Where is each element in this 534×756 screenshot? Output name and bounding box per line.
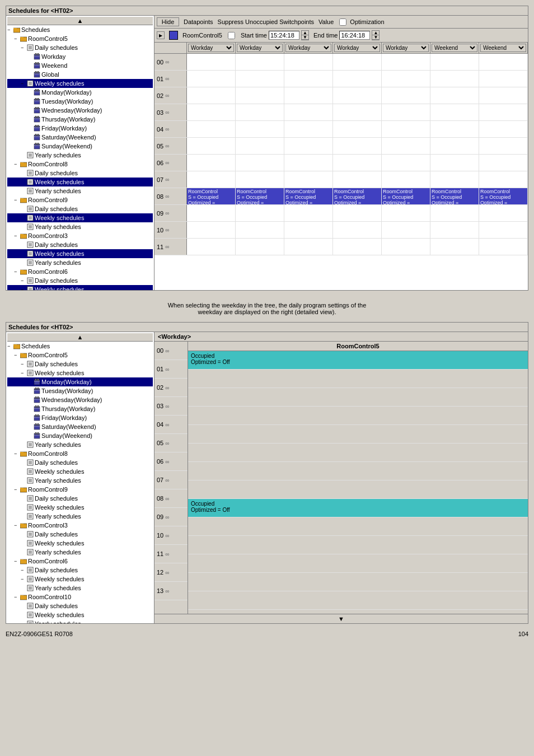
day-cell[interactable] (187, 138, 236, 154)
tree-item[interactable]: Yearly schedules (7, 151, 153, 160)
day-cell[interactable] (479, 222, 528, 238)
start-time-spin[interactable]: ▲▼ (301, 30, 309, 40)
tree-item[interactable]: −RoomControl3 (7, 521, 153, 530)
day-cell[interactable] (333, 121, 382, 137)
end-time-spin[interactable]: ▲▼ (372, 30, 380, 40)
tree-item[interactable]: Weekly schedules (7, 213, 153, 222)
day-cell[interactable] (430, 239, 479, 255)
day-cell[interactable] (333, 54, 382, 70)
day-cell[interactable] (479, 138, 528, 154)
tree-item[interactable]: Weekend (7, 61, 153, 70)
tuesday-select[interactable]: WorkdayWeekend (237, 44, 283, 52)
day-cell[interactable] (284, 87, 333, 104)
day-cell[interactable] (187, 54, 236, 70)
monday-select[interactable]: WorkdayWeekend (188, 44, 234, 52)
tree-item[interactable]: Daily schedules (7, 494, 153, 503)
day-cell[interactable] (430, 205, 479, 221)
day-cell[interactable] (479, 171, 528, 188)
day-cell[interactable] (382, 121, 430, 137)
bottom-schedule-row[interactable] (188, 425, 528, 444)
tree-item[interactable]: −RoomControl6 (7, 557, 153, 566)
expand-icon[interactable]: − (14, 269, 20, 274)
day-cell[interactable]: RoomControlS = OccupiedOptimized =Off (284, 188, 333, 204)
day-cell[interactable]: RoomControlS = OccupiedOptimized =Off (479, 188, 528, 204)
tree-item[interactable]: Daily schedules (7, 204, 153, 213)
tree-item[interactable]: −Daily schedules (7, 360, 153, 368)
day-cell[interactable] (479, 87, 528, 104)
tree-item[interactable]: −RoomControl3 (7, 231, 153, 240)
day-cell[interactable] (284, 71, 333, 87)
day-cell[interactable]: RoomControlS = OccupiedOptimized =Off (430, 188, 479, 204)
bottom-schedule-row[interactable] (188, 480, 528, 499)
friday-select[interactable]: WorkdayWeekend (383, 44, 429, 52)
bottom-schedule-row[interactable] (188, 462, 528, 480)
sunday-select[interactable]: WeekendWorkday (480, 44, 526, 52)
scroll-indicator-bottom[interactable]: ▼ (154, 614, 528, 623)
schedule-grid[interactable]: WorkdayWeekend WorkdayWeekend WorkdayWee… (154, 43, 528, 290)
day-cell[interactable] (333, 222, 382, 238)
day-cell[interactable] (479, 104, 528, 120)
day-cell[interactable] (284, 222, 333, 238)
day-cell[interactable] (236, 222, 284, 238)
tree-item[interactable]: Wednesday(Workday) (7, 395, 153, 404)
tree-item[interactable]: Monday(Workday) (7, 377, 153, 386)
tree-item[interactable]: −RoomControl8 (7, 160, 153, 169)
day-cell[interactable] (236, 87, 284, 104)
expand-icon[interactable]: − (21, 576, 26, 582)
tree-scroll-up[interactable]: ▲ (7, 17, 153, 25)
day-cell[interactable] (187, 87, 236, 104)
expand-icon[interactable]: − (21, 81, 26, 86)
day-cell[interactable] (479, 71, 528, 87)
tree-item[interactable]: −RoomControl10 (7, 592, 153, 601)
tree-item[interactable]: −Weekly schedules (7, 575, 153, 584)
tree-item[interactable]: Weekly schedules (7, 539, 153, 548)
day-cell[interactable] (333, 138, 382, 154)
tree-item[interactable]: Thursday(Workday) (7, 115, 153, 124)
bottom-schedule-row[interactable] (188, 517, 528, 536)
day-cell[interactable] (333, 71, 382, 87)
expand-icon[interactable]: − (14, 594, 20, 600)
day-cell[interactable] (333, 239, 382, 255)
tree-item[interactable]: −Weekly schedules (7, 285, 153, 290)
color-square[interactable] (169, 31, 178, 40)
day-cell[interactable] (382, 87, 430, 104)
day-cell[interactable] (284, 104, 333, 120)
day-cell[interactable] (430, 171, 479, 188)
tree-item[interactable]: Yearly schedules (7, 258, 153, 267)
tree-item[interactable]: Workday (7, 52, 153, 61)
tree-item[interactable]: Weekly schedules (7, 467, 153, 476)
tree-item[interactable]: −RoomControl6 (7, 267, 153, 276)
day-cell[interactable]: RoomControlS = OccupiedOptimized =Off (333, 188, 382, 204)
tree-item[interactable]: Daily schedules (7, 240, 153, 249)
day-cell[interactable] (236, 138, 284, 154)
tree-item[interactable]: Tuesday(Workday) (7, 386, 153, 395)
day-cell[interactable] (333, 104, 382, 120)
day-cell[interactable] (236, 54, 284, 70)
day-cell[interactable] (382, 171, 430, 188)
day-cell[interactable] (284, 138, 333, 154)
expand-icon[interactable]: − (14, 522, 20, 528)
tree-item[interactable]: Weekly schedules (7, 610, 153, 619)
tree-item[interactable]: Weekly schedules (7, 178, 153, 186)
play-button[interactable]: ▶ (157, 31, 165, 39)
tree-item[interactable]: −RoomControl5 (7, 34, 153, 43)
day-cell[interactable] (382, 54, 430, 70)
tree-item[interactable]: Friday(Workday) (7, 124, 153, 133)
top-tree[interactable]: ▲ −Schedules−RoomControl5−Daily schedule… (6, 16, 154, 290)
tree-item[interactable]: Wednesday(Workday) (7, 106, 153, 115)
tree-item[interactable]: Yearly schedules (7, 512, 153, 521)
day-cell[interactable]: RoomControlS = OccupiedOptimized =Off (187, 188, 236, 204)
tree-item[interactable]: Tuesday(Workday) (7, 97, 153, 106)
expand-icon[interactable]: − (7, 343, 13, 349)
day-cell[interactable] (430, 138, 479, 154)
day-cell[interactable] (236, 104, 284, 120)
tree-item[interactable]: −Schedules (7, 25, 153, 34)
expand-icon[interactable]: − (21, 287, 26, 290)
tree-item[interactable]: Daily schedules (7, 530, 153, 539)
expand-icon[interactable]: − (14, 36, 20, 41)
day-cell[interactable] (284, 155, 333, 171)
tree-item[interactable]: Global (7, 70, 153, 79)
day-cell[interactable] (382, 205, 430, 221)
day-cell[interactable] (382, 138, 430, 154)
day-cell[interactable] (430, 87, 479, 104)
